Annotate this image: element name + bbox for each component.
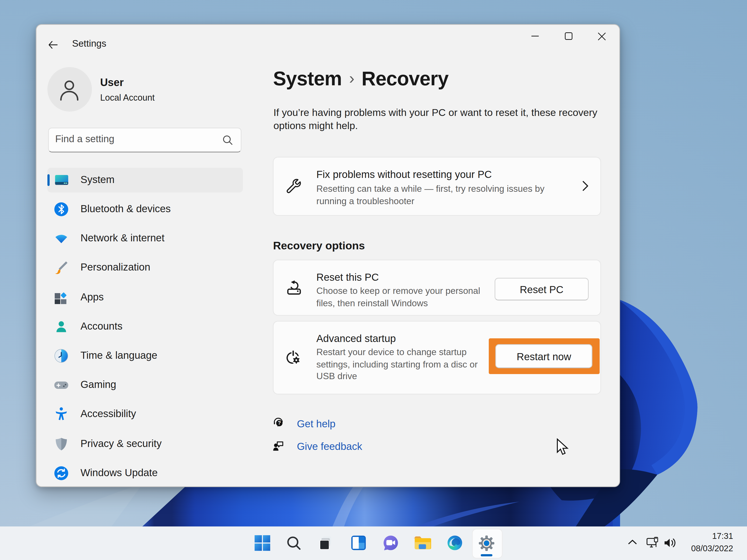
svg-text:?: ? (278, 420, 281, 426)
